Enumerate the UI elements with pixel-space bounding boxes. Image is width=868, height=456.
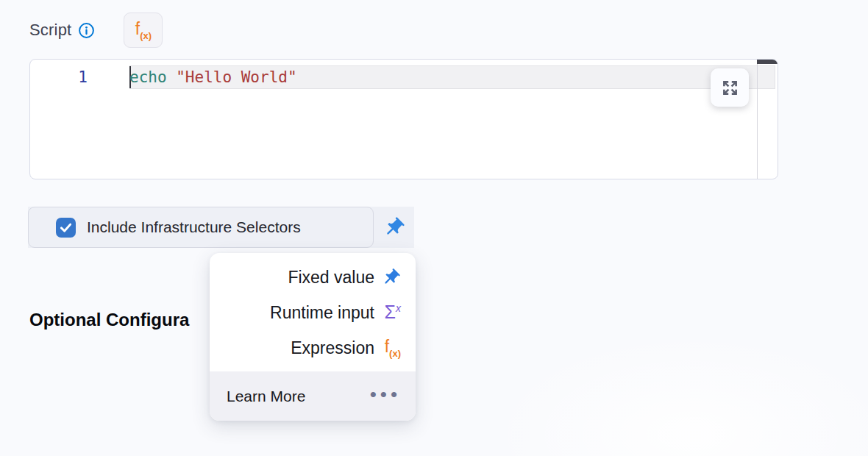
menu-item-runtime-input[interactable]: Runtime input Σx xyxy=(210,295,416,330)
info-icon[interactable] xyxy=(78,22,95,39)
pin-icon xyxy=(376,268,401,288)
checkmark-icon xyxy=(58,220,74,235)
code-token-command: echo xyxy=(129,68,167,86)
editor-line-1: 1 echo "Hello World" xyxy=(30,65,778,89)
expression-toggle-button[interactable]: f(x) xyxy=(124,13,163,48)
code-token-string: "Hello World" xyxy=(167,68,297,86)
learn-more-link[interactable]: Learn More xyxy=(227,388,305,405)
checkbox-panel: Include Infrastructure Selectors xyxy=(28,207,374,248)
line-number: 1 xyxy=(30,68,129,86)
value-type-pin-button[interactable] xyxy=(374,207,414,248)
editor-scrollbar-divider xyxy=(757,60,758,179)
scrollbar-thumb[interactable] xyxy=(757,60,778,64)
menu-footer: Learn More ••• xyxy=(210,371,416,421)
menu-item-label: Expression xyxy=(291,338,374,358)
script-label: Script xyxy=(29,21,71,40)
menu-item-label: Runtime input xyxy=(270,303,374,323)
menu-item-label: Fixed value xyxy=(288,268,374,288)
value-type-menu: Fixed value Runtime input Σx Expression … xyxy=(210,253,416,421)
code-line: echo "Hello World" xyxy=(129,68,297,86)
fx-expression-icon: f(x) xyxy=(376,338,401,358)
expand-editor-button[interactable] xyxy=(711,68,749,107)
code-editor[interactable]: 1 echo "Hello World" xyxy=(29,59,778,179)
checkbox-label: Include Infrastructure Selectors xyxy=(87,218,301,236)
pin-icon xyxy=(383,216,405,239)
include-infra-selectors-row: Include Infrastructure Selectors xyxy=(28,207,414,248)
optional-configuration-title: Optional Configura xyxy=(29,310,189,330)
value-type-menu-items: Fixed value Runtime input Σx Expression … xyxy=(210,253,416,371)
script-header: Script f(x) xyxy=(29,13,163,48)
menu-item-expression[interactable]: Expression f(x) xyxy=(210,330,416,366)
menu-item-fixed-value[interactable]: Fixed value xyxy=(210,260,416,295)
sigma-x-icon: Σx xyxy=(376,303,401,321)
more-options-icon[interactable]: ••• xyxy=(370,385,401,408)
fx-icon: f(x) xyxy=(135,21,152,40)
include-infra-selectors-checkbox[interactable] xyxy=(56,218,76,238)
expand-icon xyxy=(721,79,739,97)
